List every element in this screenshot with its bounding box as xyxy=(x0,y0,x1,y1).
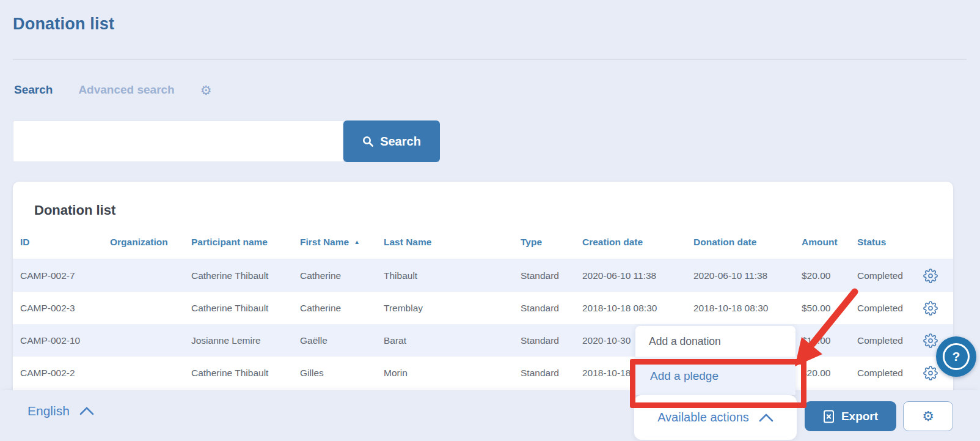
donation-list-card: Donation list ID Organization Participan… xyxy=(13,182,953,402)
column-header-first-name[interactable]: First Name▲ xyxy=(300,237,384,248)
export-label: Export xyxy=(841,410,878,423)
available-actions-button[interactable]: Available actions xyxy=(634,395,797,440)
export-file-icon xyxy=(823,410,835,423)
help-button[interactable]: ? xyxy=(936,336,976,377)
search-tabs: Search Advanced search ⚙ xyxy=(14,83,212,97)
export-button[interactable]: Export xyxy=(805,401,896,431)
table-row[interactable]: CAMP-002-7 Catherine Thibault Catherine … xyxy=(13,259,953,292)
row-actions-gear-icon[interactable] xyxy=(923,333,938,348)
search-settings-gear-icon[interactable]: ⚙ xyxy=(200,84,212,97)
table-row[interactable]: CAMP-002-3 Catherine Thibault Catherine … xyxy=(13,292,953,324)
column-header-status[interactable]: Status xyxy=(857,237,926,248)
header-divider xyxy=(13,59,967,60)
column-header-creation-date[interactable]: Creation date xyxy=(582,237,693,248)
sort-ascending-icon: ▲ xyxy=(354,239,360,245)
card-title: Donation list xyxy=(13,182,953,218)
table-header-row: ID Organization Participant name First N… xyxy=(13,226,953,259)
available-actions-label: Available actions xyxy=(657,410,749,424)
language-selector[interactable]: English xyxy=(27,404,94,418)
row-actions-gear-icon[interactable] xyxy=(923,269,938,283)
column-header-type[interactable]: Type xyxy=(521,237,582,248)
tab-advanced-search[interactable]: Advanced search xyxy=(78,83,174,97)
column-header-donation-date[interactable]: Donation date xyxy=(693,237,802,248)
chevron-up-icon xyxy=(759,413,773,422)
column-header-id[interactable]: ID xyxy=(20,237,110,248)
magnifier-icon xyxy=(362,136,374,147)
row-actions-gear-icon[interactable] xyxy=(923,301,938,316)
tab-search[interactable]: Search xyxy=(14,83,53,97)
menu-item-add-pledge[interactable]: Add a pledge xyxy=(635,357,795,395)
question-mark-icon: ? xyxy=(943,343,970,370)
search-button-label: Search xyxy=(380,135,421,149)
gear-icon: ⚙ xyxy=(922,409,934,424)
row-actions-gear-icon[interactable] xyxy=(923,366,938,380)
available-actions-menu: Add a donation Add a pledge xyxy=(635,326,795,395)
column-header-organization[interactable]: Organization xyxy=(110,237,191,248)
search-button[interactable]: Search xyxy=(343,120,440,162)
column-header-amount[interactable]: Amount xyxy=(802,237,857,248)
page-title: Donation list xyxy=(13,15,114,34)
table-settings-button[interactable]: ⚙ xyxy=(903,401,953,431)
column-header-participant[interactable]: Participant name xyxy=(191,237,300,248)
search-input[interactable] xyxy=(13,120,343,162)
column-header-last-name[interactable]: Last Name xyxy=(384,237,521,248)
chevron-up-icon xyxy=(79,407,94,415)
menu-item-add-donation[interactable]: Add a donation xyxy=(635,326,795,357)
language-label: English xyxy=(27,404,70,418)
table-row[interactable]: CAMP-002-2 Catherine Thibault Gilles Mor… xyxy=(13,357,953,389)
table-row[interactable]: CAMP-002-10 Josianne Lemire Gaëlle Barat… xyxy=(13,324,953,357)
